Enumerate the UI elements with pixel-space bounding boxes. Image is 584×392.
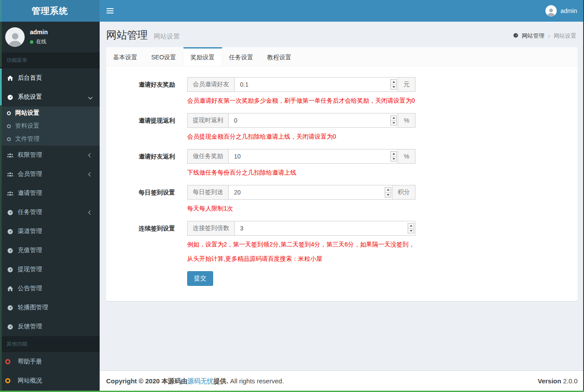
- number-input[interactable]: 10: [228, 149, 398, 164]
- spinner-up-icon[interactable]: [391, 152, 396, 157]
- number-input[interactable]: 20: [228, 185, 393, 200]
- navbar: admin: [100, 0, 584, 22]
- sidebar-subitem-label: 文件管理: [15, 135, 39, 143]
- input-group: 做任务奖励10%: [187, 149, 415, 164]
- sidebar-item-label: 邀请管理: [18, 189, 42, 197]
- number-input[interactable]: 0: [228, 113, 398, 128]
- tab-item[interactable]: 任务设置: [222, 47, 260, 66]
- sidebar-item[interactable]: 权限管理: [0, 146, 100, 165]
- number-input[interactable]: 3: [234, 221, 415, 236]
- input-value: 0: [234, 117, 237, 124]
- spinner-up-icon[interactable]: [391, 116, 396, 121]
- form-row: 邀请好友返利做任务奖励10%下线做任务每份百分之几扣除给邀请上线: [113, 149, 571, 178]
- spinner-up-icon[interactable]: [408, 224, 414, 229]
- circle-yellow-icon: [6, 378, 14, 383]
- sidebar-item-label: 任务管理: [18, 208, 42, 216]
- sidebar-menu: 功能菜单后台首页系统设置网站设置资料设置文件管理权限管理会员管理邀请管理任务管理…: [0, 52, 100, 390]
- chevron-left-icon: [88, 172, 93, 176]
- sidebar-subitem-label: 网站设置: [15, 109, 39, 117]
- footer: Copyright © 2020 本源码由源码无忧提供. All rights …: [100, 370, 584, 392]
- gauge-icon: [6, 266, 14, 273]
- sidebar-item[interactable]: 充值管理: [0, 241, 100, 260]
- footer-link[interactable]: 源码无忧: [188, 377, 214, 385]
- spinner-stepper[interactable]: [385, 187, 391, 198]
- user-status: 在线: [30, 38, 48, 45]
- sidebar-item[interactable]: 网站概况: [0, 371, 100, 390]
- spinner-down-icon[interactable]: [385, 193, 391, 198]
- sidebar-item[interactable]: 邀请管理: [0, 184, 100, 203]
- unit-addon: 积分: [393, 185, 415, 200]
- submit-button[interactable]: 提交: [187, 271, 213, 286]
- help-text: 例如，设置为2，第一天签到领2分,第二天签到4分，第三天6分，如果隔一天没签到，: [187, 239, 415, 250]
- sidebar-item[interactable]: 公告管理: [0, 279, 100, 298]
- user-panel: admin 在线: [0, 22, 100, 52]
- copyright: Copyright © 2020 本源码由源码无忧提供. All rights …: [106, 377, 284, 386]
- spinner-up-icon[interactable]: [391, 80, 396, 85]
- tab-item[interactable]: SEO设置: [144, 47, 183, 66]
- sidebar-item[interactable]: 会员管理: [0, 165, 100, 184]
- user-name: admin: [561, 7, 577, 14]
- sidebar-item-label: 充值管理: [18, 246, 42, 254]
- sidebar-item[interactable]: 后台首页: [0, 68, 100, 87]
- sidebar-subitem[interactable]: 文件管理: [0, 133, 100, 146]
- help-text: 下线做任务每份百分之几扣除给邀请上线: [187, 167, 415, 178]
- users-icon: [6, 171, 14, 178]
- sidebar-item[interactable]: 渠道管理: [0, 222, 100, 241]
- input-group: 提现时返利0%: [187, 113, 415, 128]
- input-group: 会员邀请好友0.1元: [187, 77, 415, 92]
- chevron-left-icon: [88, 153, 93, 157]
- sidebar-item[interactable]: 反馈管理: [0, 317, 100, 336]
- content-header: 网站管理 网站设置 网站管理 > 网站设置: [100, 22, 584, 47]
- spinner-down-icon[interactable]: [391, 157, 396, 162]
- spinner-down-icon[interactable]: [391, 85, 396, 90]
- spinner-down-icon[interactable]: [408, 229, 414, 233]
- version: Version 2.0.0: [538, 377, 578, 386]
- breadcrumb-current: 网站设置: [554, 32, 576, 40]
- number-input[interactable]: 0.1: [234, 77, 398, 92]
- sidebar-subitem[interactable]: 网站设置: [0, 107, 100, 120]
- gauge-icon: [513, 32, 519, 39]
- chevron-left-icon: [88, 210, 93, 214]
- edge-strip: [0, 105, 2, 392]
- unit-addon: %: [398, 149, 415, 164]
- sidebar-subitem[interactable]: 资料设置: [0, 120, 100, 133]
- sidebar-item-label: 反馈管理: [18, 323, 42, 330]
- app-logo[interactable]: 管理系统: [0, 0, 100, 22]
- sidebar-item[interactable]: 帮助手册: [0, 352, 100, 371]
- breadcrumb-link[interactable]: 网站管理: [522, 32, 544, 40]
- sidebar-toggle-button[interactable]: [100, 0, 120, 22]
- input-prefix-addon: 会员邀请好友: [187, 77, 234, 92]
- user-menu[interactable]: admin: [539, 0, 584, 22]
- spinner-stepper[interactable]: [390, 79, 397, 90]
- tab-bar: 基本设置SEO设置奖励设置任务设置教程设置: [106, 47, 578, 66]
- form-label: 邀请好友奖励: [113, 77, 175, 106]
- content-wrapper: 网站管理 网站设置 网站管理 > 网站设置 基本设置SEO设置奖励设置任务设置教…: [100, 22, 584, 392]
- input-value: 3: [240, 225, 243, 232]
- sidebar-item[interactable]: 轮播图管理: [0, 298, 100, 317]
- users-icon: [6, 190, 14, 197]
- input-value: 20: [234, 189, 241, 196]
- sidebar-item[interactable]: 提现管理: [0, 260, 100, 279]
- form-row: 邀请好友奖励会员邀请好友0.1元会员邀请好友第一次奖励多少金额，刷手做第一单任务…: [113, 77, 571, 106]
- page-subtitle: 网站设置: [154, 32, 180, 40]
- sidebar-item-label: 后台首页: [18, 74, 42, 82]
- unit-addon: %: [398, 113, 415, 128]
- tab-item[interactable]: 教程设置: [260, 47, 298, 66]
- version-label: Version: [538, 377, 561, 385]
- settings-box: 基本设置SEO设置奖励设置任务设置教程设置 邀请好友奖励会员邀请好友0.1元会员…: [106, 47, 578, 301]
- tab-active[interactable]: 奖励设置: [183, 47, 222, 66]
- spinner-stepper[interactable]: [390, 115, 397, 126]
- sidebar-item[interactable]: 系统设置: [0, 87, 100, 107]
- spinner-stepper[interactable]: [390, 151, 397, 162]
- spinner-down-icon[interactable]: [391, 121, 396, 126]
- home-icon: [6, 285, 14, 292]
- sidebar-section-label: 其他功能: [0, 336, 100, 352]
- form-label: 连续签到设置: [113, 221, 175, 264]
- sidebar-item[interactable]: 任务管理: [0, 203, 100, 222]
- help-text: 会员提现金额百分之几扣除给邀请上线，关闭请设置为0: [187, 131, 415, 142]
- gauge-icon: [6, 209, 14, 216]
- spinner-stepper[interactable]: [408, 223, 414, 233]
- online-dot-icon: [30, 40, 33, 44]
- spinner-up-icon[interactable]: [385, 188, 391, 193]
- tab-item[interactable]: 基本设置: [106, 47, 144, 66]
